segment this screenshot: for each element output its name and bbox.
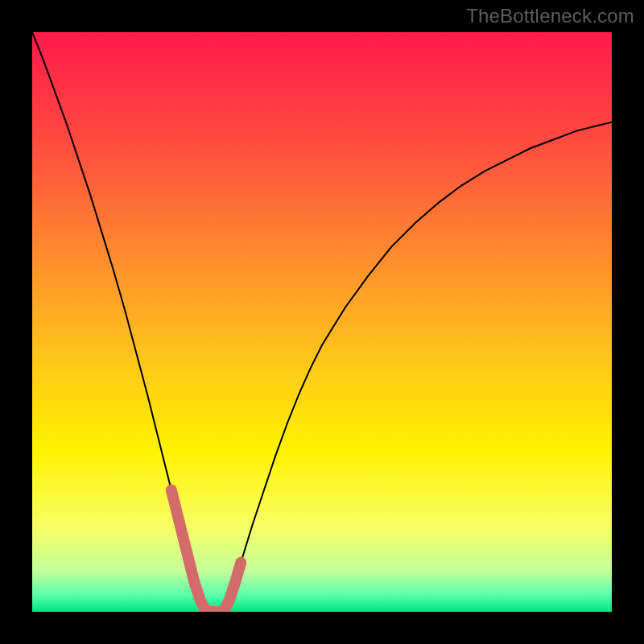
chart-svg xyxy=(32,32,612,612)
gradient-background xyxy=(32,32,612,612)
watermark-text: TheBottleneck.com xyxy=(466,5,634,27)
chart-frame: TheBottleneck.com xyxy=(0,0,644,644)
plot-area xyxy=(32,32,612,612)
